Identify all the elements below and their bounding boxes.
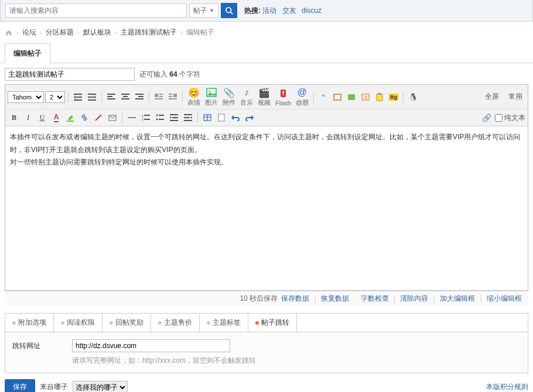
- svg-rect-18: [159, 94, 163, 95]
- editor-paragraph: 本插件可以在发布或者编辑主题的时候，设置一个可跳转的网址。在达到设定条件下，访问…: [10, 131, 523, 156]
- italic-icon[interactable]: I: [22, 111, 35, 124]
- link-icon[interactable]: [78, 111, 91, 124]
- opt-tab-reward[interactable]: 回帖奖励: [102, 314, 151, 332]
- breadcrumb-item[interactable]: 分区标题: [46, 27, 74, 37]
- shrink-link[interactable]: 缩小编辑框: [487, 294, 522, 302]
- code-icon[interactable]: [331, 91, 344, 104]
- search-icon: [225, 6, 233, 15]
- home-icon[interactable]: [5, 29, 13, 36]
- svg-rect-3: [76, 97, 82, 98]
- undo-icon[interactable]: [229, 111, 242, 124]
- editor: Tahoma 2 😊表情 图片: [5, 84, 528, 291]
- align-left-icon[interactable]: [105, 91, 118, 104]
- search-button[interactable]: [221, 3, 237, 18]
- svg-rect-48: [184, 114, 192, 115]
- svg-rect-8: [107, 94, 115, 95]
- paperclip-icon: 📎: [223, 87, 235, 98]
- align-center-icon[interactable]: [119, 91, 132, 104]
- editor-content[interactable]: 本插件可以在发布或者编辑主题的时候，设置一个可跳转的网址。在达到设定条件下，访问…: [5, 126, 528, 290]
- flash-icon: f: [277, 88, 289, 99]
- paste-icon[interactable]: [373, 91, 386, 104]
- email-icon[interactable]: [106, 111, 119, 124]
- tab-edit-post[interactable]: 编辑帖子: [5, 43, 50, 63]
- video-button[interactable]: 🎬视频: [256, 87, 272, 107]
- svg-rect-4: [74, 99, 82, 101]
- image-button[interactable]: 图片: [203, 87, 220, 107]
- qq-icon[interactable]: 🐧: [406, 91, 419, 104]
- search-input[interactable]: [5, 4, 187, 18]
- save-now-link[interactable]: 保存数据: [281, 294, 309, 302]
- plaintext-toggle[interactable]: 纯文本: [495, 113, 525, 123]
- breadcrumb-item[interactable]: 主题跳转测试帖子: [121, 27, 177, 37]
- attach-button[interactable]: 📎附件: [221, 87, 237, 107]
- flash-button[interactable]: fFlash: [274, 88, 293, 106]
- font-family-select[interactable]: Tahoma: [8, 91, 44, 103]
- bold-icon[interactable]: B: [8, 111, 20, 124]
- music-icon: ♪: [241, 87, 252, 98]
- svg-rect-21: [173, 94, 177, 97]
- list-ul-icon[interactable]: [153, 111, 166, 124]
- post-title-input[interactable]: [5, 68, 135, 81]
- plaintext-checkbox[interactable]: [495, 114, 503, 122]
- indent-icon[interactable]: [168, 111, 180, 124]
- spellcheck-link[interactable]: 字数检查: [361, 294, 389, 302]
- float-right-icon[interactable]: [166, 91, 179, 104]
- list-ol-icon[interactable]: 12: [139, 111, 152, 124]
- expand-link[interactable]: 加大编辑框: [440, 294, 475, 302]
- float-left-icon[interactable]: [152, 91, 165, 104]
- hot-link[interactable]: discuz: [302, 6, 322, 15]
- table-icon[interactable]: [201, 111, 214, 124]
- breadcrumb-item[interactable]: 默认板块: [83, 27, 111, 37]
- font-size-select[interactable]: 2: [45, 91, 65, 103]
- at-button[interactable]: @@朋: [294, 87, 310, 107]
- unlink-icon[interactable]: [92, 111, 105, 124]
- outdent-icon[interactable]: [182, 111, 194, 124]
- credit-rules-link[interactable]: 本版积分规则: [486, 382, 528, 392]
- emoji-button[interactable]: 😊表情: [186, 87, 202, 107]
- source-select[interactable]: 选择我的哪子: [73, 381, 128, 393]
- bg-icon[interactable]: Bg: [387, 91, 400, 104]
- hide-icon[interactable]: [345, 91, 358, 104]
- at-icon: @: [296, 87, 308, 98]
- clear-link[interactable]: 清除内容: [400, 294, 428, 302]
- hot-link[interactable]: 交友: [282, 6, 296, 15]
- page-icon[interactable]: [215, 111, 228, 124]
- svg-rect-27: [334, 94, 341, 100]
- redirect-url-input[interactable]: [72, 339, 230, 352]
- music-button[interactable]: ♪音乐: [238, 87, 255, 107]
- redo-icon[interactable]: [243, 111, 256, 124]
- opt-tab-read[interactable]: 阅读权限: [54, 314, 102, 332]
- opt-tab-tags[interactable]: 主题标签: [200, 314, 248, 332]
- breadcrumb-current: 编辑帖子: [186, 27, 214, 37]
- svg-point-0: [226, 8, 231, 13]
- image-icon: [206, 87, 217, 98]
- search-category-select[interactable]: 帖子 ▼: [189, 4, 218, 18]
- save-button[interactable]: 保存: [5, 379, 35, 392]
- breadcrumb-item[interactable]: 论坛: [22, 27, 36, 37]
- link-small-icon[interactable]: 🔗: [482, 114, 491, 122]
- hot-search: 热搜: 活动 交友 discuz: [244, 6, 325, 16]
- font-color-icon[interactable]: A: [50, 111, 63, 124]
- bg-color-icon[interactable]: [64, 111, 77, 124]
- underline-icon[interactable]: U: [36, 111, 49, 124]
- svg-rect-19: [159, 96, 163, 97]
- common-button[interactable]: 常用: [505, 91, 525, 103]
- opt-tab-extra[interactable]: 附加选项: [5, 314, 54, 332]
- opt-tab-price[interactable]: 主题售价: [151, 314, 200, 332]
- align-right-icon[interactable]: [133, 91, 146, 104]
- hot-link[interactable]: 活动: [262, 6, 276, 15]
- svg-rect-38: [144, 115, 150, 116]
- quote-icon[interactable]: “: [317, 91, 330, 104]
- fullscreen-button[interactable]: 全屏: [482, 91, 502, 103]
- free-icon[interactable]: 免: [359, 91, 372, 104]
- opt-tab-redirect[interactable]: 帖子跳转: [248, 314, 297, 332]
- svg-text:免: 免: [364, 95, 368, 99]
- svg-rect-2: [74, 94, 82, 95]
- restore-link[interactable]: 恢复数据: [321, 294, 349, 302]
- hr-icon[interactable]: [125, 111, 138, 124]
- source-label: 来自哪子: [40, 382, 68, 392]
- svg-rect-45: [170, 114, 178, 115]
- indent-left-icon[interactable]: [71, 91, 84, 104]
- indent-right-icon[interactable]: [86, 91, 98, 104]
- svg-rect-42: [159, 115, 164, 116]
